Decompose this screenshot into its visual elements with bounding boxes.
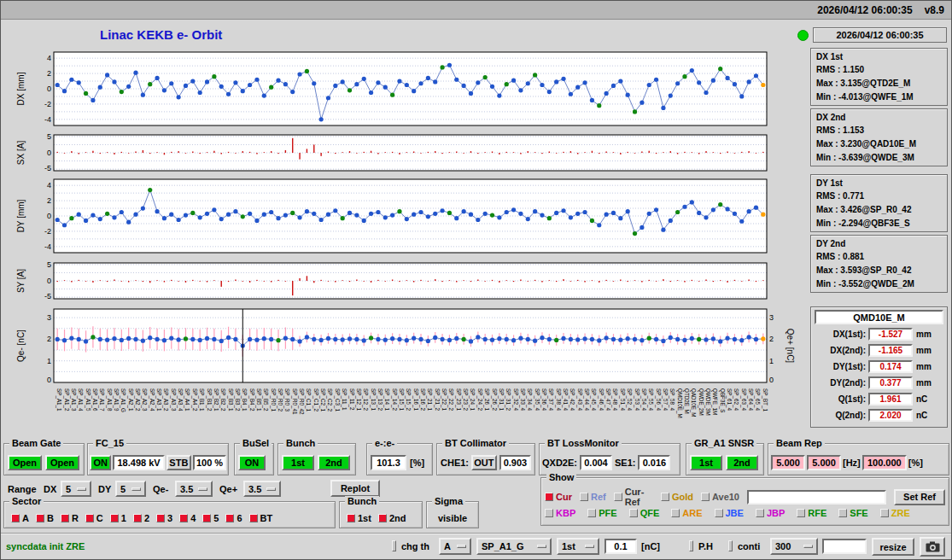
chg-th-toggle[interactable] bbox=[392, 540, 396, 551]
bunch-1st-button[interactable]: 1st bbox=[282, 455, 314, 470]
show-rfe-toggle[interactable]: RFE bbox=[797, 508, 826, 518]
titlebar-datetime: 2026/04/12 06:00:35 bbox=[817, 4, 912, 16]
bunch-1st-toggle[interactable]: 1st bbox=[347, 513, 371, 523]
svg-text:SP_C1_1: SP_C1_1 bbox=[305, 388, 312, 411]
busel-on-button[interactable]: ON bbox=[238, 455, 266, 470]
resize-button[interactable]: resize bbox=[872, 538, 914, 556]
bunch-2nd-checkbox[interactable] bbox=[378, 514, 387, 522]
sector-5-checkbox[interactable] bbox=[202, 514, 211, 522]
beam-gate-open-button-1[interactable]: Open bbox=[8, 455, 42, 470]
bunch-1st-checkbox[interactable] bbox=[347, 514, 355, 522]
show-cur-ref-checkbox[interactable] bbox=[614, 493, 622, 501]
bunch-2nd-button[interactable]: 2nd bbox=[318, 455, 350, 470]
sector-bt-checkbox[interactable] bbox=[249, 514, 258, 522]
show-are-toggle[interactable]: ARE bbox=[671, 508, 702, 518]
range-dx-select[interactable]: 5 bbox=[61, 481, 91, 497]
bpm-select[interactable]: SP_A1_G bbox=[476, 538, 552, 555]
bunch-select[interactable]: 1st bbox=[557, 538, 599, 555]
sector-a-checkbox[interactable] bbox=[11, 514, 20, 522]
gr-a1-2nd-button[interactable]: 2nd bbox=[726, 455, 758, 470]
show-pfe-checkbox[interactable] bbox=[587, 509, 596, 517]
sy-steering-plot[interactable]: 50-5 bbox=[32, 262, 781, 300]
sector-6-checkbox[interactable] bbox=[225, 514, 234, 522]
sector-2-toggle[interactable]: 2 bbox=[133, 513, 149, 523]
show-ave10-checkbox[interactable] bbox=[701, 493, 710, 501]
show-sfe-checkbox[interactable] bbox=[838, 509, 847, 517]
dx-orbit-plot[interactable]: 420-2-4 bbox=[32, 51, 781, 126]
show-zre-checkbox[interactable] bbox=[880, 509, 889, 517]
interval-select[interactable]: 300 bbox=[770, 538, 818, 555]
qmd-row: DX(2nd): -1.165 mm bbox=[813, 342, 945, 359]
range-dy-select[interactable]: 5 bbox=[115, 481, 146, 497]
show-jbe-toggle[interactable]: JBE bbox=[715, 508, 744, 518]
sector-3-toggle[interactable]: 3 bbox=[156, 513, 172, 523]
bunch-2nd-toggle[interactable]: 2nd bbox=[378, 513, 406, 523]
show-jbp-toggle[interactable]: JBP bbox=[756, 508, 785, 518]
beam-gate-open-button-2[interactable]: Open bbox=[45, 455, 79, 470]
show-ref-toggle[interactable]: Ref bbox=[580, 492, 606, 502]
group-title: Sigma bbox=[432, 496, 465, 507]
gr-a1-1st-button[interactable]: 1st bbox=[690, 455, 722, 470]
qmd-label: DX(1st): bbox=[816, 330, 866, 339]
sector-6-toggle[interactable]: 6 bbox=[225, 513, 242, 523]
qmd-unit: mm bbox=[916, 378, 932, 388]
sector-2-checkbox[interactable] bbox=[133, 514, 142, 522]
sector-3-checkbox[interactable] bbox=[156, 514, 165, 522]
sector-1-checkbox[interactable] bbox=[110, 514, 119, 522]
show-jbe-checkbox[interactable] bbox=[715, 509, 723, 517]
charge-plot[interactable]: 32103210 bbox=[32, 308, 781, 383]
sector-bt-toggle[interactable]: BT bbox=[249, 513, 273, 523]
show-qfe-checkbox[interactable] bbox=[629, 509, 638, 517]
sector-b-checkbox[interactable] bbox=[36, 514, 44, 522]
show-ref-checkbox[interactable] bbox=[580, 493, 588, 501]
conti-toggle[interactable] bbox=[728, 540, 733, 551]
sector-1-toggle[interactable]: 1 bbox=[110, 513, 126, 523]
sector-c-toggle[interactable]: C bbox=[85, 513, 103, 523]
show-gold-toggle[interactable]: Gold bbox=[661, 492, 693, 502]
sx-steering-plot[interactable]: 50-5 bbox=[32, 134, 781, 172]
sector-5-toggle[interactable]: 5 bbox=[202, 513, 219, 523]
show-qfe-toggle[interactable]: QFE bbox=[629, 508, 660, 518]
sector-4-toggle[interactable]: 4 bbox=[179, 513, 196, 523]
show-kbp-toggle[interactable]: KBP bbox=[545, 508, 575, 518]
show-cur-label: Cur bbox=[556, 492, 572, 502]
aux-input[interactable] bbox=[822, 539, 867, 554]
sector-4-checkbox[interactable] bbox=[179, 514, 188, 522]
sector-b-toggle[interactable]: B bbox=[36, 513, 54, 523]
show-pfe-toggle[interactable]: PFE bbox=[587, 508, 616, 518]
sector-c-checkbox[interactable] bbox=[85, 514, 94, 522]
sector-c-label: C bbox=[96, 513, 103, 523]
ph-toggle[interactable] bbox=[689, 540, 693, 551]
svg-text:2: 2 bbox=[47, 196, 51, 205]
show-rfe-checkbox[interactable] bbox=[797, 509, 805, 517]
show-cur-ref-toggle[interactable]: Cur-Ref bbox=[614, 487, 653, 507]
show-sfe-toggle[interactable]: SFE bbox=[838, 508, 867, 518]
dy-orbit-plot[interactable]: 420-2-4 bbox=[32, 178, 781, 254]
show-are-checkbox[interactable] bbox=[671, 509, 680, 517]
svg-text:SP_57_4: SP_57_4 bbox=[662, 388, 669, 411]
replot-button[interactable]: Replot bbox=[330, 480, 380, 497]
show-ave10-label: Ave10 bbox=[712, 492, 739, 502]
fc15-on-button[interactable]: ON bbox=[90, 455, 111, 470]
show-kbp-checkbox[interactable] bbox=[545, 509, 553, 517]
threshold-input[interactable] bbox=[604, 539, 637, 554]
che1-out-button[interactable]: OUT bbox=[471, 455, 497, 470]
sector-r-checkbox[interactable] bbox=[61, 514, 69, 522]
sector-r-toggle[interactable]: R bbox=[61, 513, 79, 523]
fc15-stb-button[interactable]: STB bbox=[166, 455, 191, 470]
set-ref-button[interactable]: Set Ref bbox=[894, 489, 945, 505]
svg-text:SP_B2_1: SP_B2_1 bbox=[213, 388, 219, 411]
show-cur-toggle[interactable]: Cur bbox=[545, 492, 572, 502]
show-zre-toggle[interactable]: ZRE bbox=[880, 508, 910, 518]
show-ave10-toggle[interactable]: Ave10 bbox=[701, 492, 739, 502]
ref-name-input[interactable] bbox=[747, 490, 886, 505]
sigma-visible-toggle[interactable]: visible bbox=[438, 513, 467, 523]
range-qem-select[interactable]: 3.5 bbox=[175, 481, 213, 497]
sector-a-toggle[interactable]: A bbox=[11, 513, 29, 523]
screenshot-button[interactable] bbox=[920, 537, 945, 557]
show-jbp-checkbox[interactable] bbox=[756, 509, 764, 517]
range-qep-select[interactable]: 3.5 bbox=[243, 481, 281, 497]
sector-select[interactable]: A bbox=[439, 538, 471, 555]
show-gold-checkbox[interactable] bbox=[661, 493, 669, 501]
show-cur-checkbox[interactable] bbox=[545, 493, 553, 501]
